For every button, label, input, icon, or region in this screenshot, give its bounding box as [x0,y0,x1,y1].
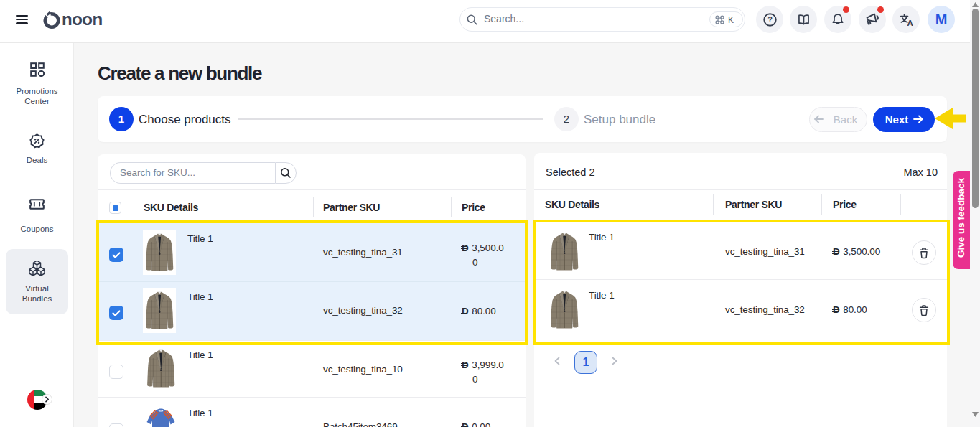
svg-text:A: A [907,19,913,27]
svg-text:?: ? [767,15,773,24]
